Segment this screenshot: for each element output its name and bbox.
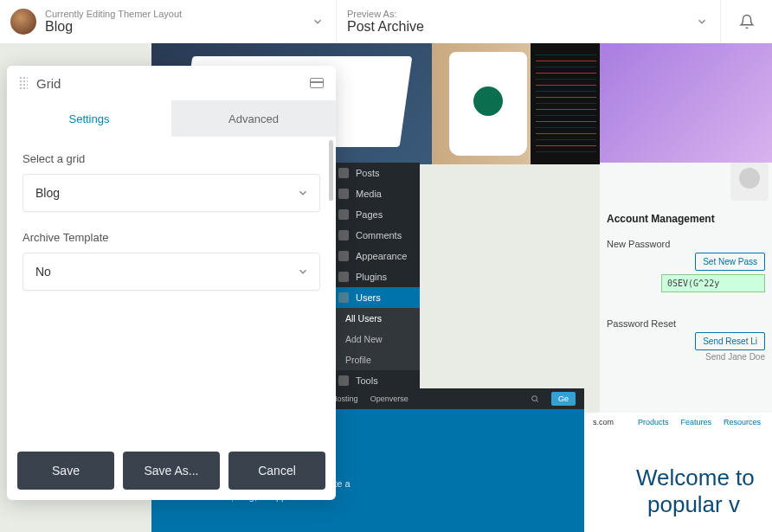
preview-as-switcher[interactable]: Preview As: Post Archive <box>336 0 720 43</box>
wp-menu-media[interactable]: Media <box>333 183 420 204</box>
wp-menu-users[interactable]: Users <box>333 287 420 308</box>
wp-menu-plugins[interactable]: Plugins <box>333 266 420 287</box>
svg-point-0 <box>532 396 537 401</box>
archive-template-label: Archive Template <box>23 231 320 244</box>
account-heading: Account Management <box>607 213 765 225</box>
preview-label: Preview As: <box>347 9 424 19</box>
module-settings-panel: Grid Settings Advanced Select a grid Blo… <box>7 66 336 500</box>
wp-submenu-profile[interactable]: Profile <box>333 349 420 370</box>
editing-value: Blog <box>45 19 182 35</box>
top-toolbar: Currently Editing Themer Layout Blog Pre… <box>0 0 772 43</box>
wpcom-brand: s.com <box>593 418 614 426</box>
notifications-button[interactable] <box>720 0 772 43</box>
nav-openverse[interactable]: Openverse <box>370 394 409 403</box>
editing-label: Currently Editing Themer Layout <box>45 9 182 19</box>
wpcom-nav-features[interactable]: Features <box>681 418 712 426</box>
password-reset-label: Password Reset <box>607 318 765 329</box>
panel-title: Grid <box>36 76 310 91</box>
panel-actions: Save Save As... Cancel <box>7 452 336 500</box>
search-icon[interactable] <box>531 394 539 403</box>
wp-menu-appearance[interactable]: Appearance <box>333 246 420 266</box>
wp-profile-panel: Account Management New Password Set New … <box>600 163 772 413</box>
select-grid-dropdown[interactable]: Blog <box>23 174 320 212</box>
send-reset-button[interactable]: Send Reset Li <box>695 332 765 350</box>
wpcom-tile: s.com Products Features Resources Plans … <box>584 413 772 532</box>
tab-settings[interactable]: Settings <box>7 100 171 137</box>
wpcom-nav-resources[interactable]: Resources <box>724 418 761 426</box>
wp-admin-sidebar: Posts Media Pages Comments Appearance Pl… <box>333 163 420 413</box>
wpcom-nav: s.com Products Features Resources Plans … <box>584 413 772 432</box>
wp-submenu-add-new[interactable]: Add New <box>333 329 420 349</box>
beaver-logo <box>10 9 36 35</box>
preview-value: Post Archive <box>347 19 424 35</box>
drag-handle-icon[interactable] <box>19 76 28 90</box>
select-grid-label: Select a grid <box>23 152 320 165</box>
wpcom-headline: Welcome to popular v <box>636 465 772 518</box>
wp-submenu-all-users[interactable]: All Users <box>333 308 420 329</box>
avatar <box>730 163 769 201</box>
new-password-label: New Password <box>607 239 765 249</box>
archive-template-dropdown[interactable]: No <box>23 253 320 291</box>
password-value: 0SEV(G^22y <box>661 274 765 292</box>
scrollbar[interactable] <box>329 140 333 201</box>
panel-tabs: Settings Advanced <box>7 100 336 137</box>
get-wordpress-button[interactable]: Ge <box>551 392 576 406</box>
thumb-gradient <box>600 43 772 164</box>
archive-template-value: No <box>35 265 51 279</box>
bell-icon <box>739 14 755 29</box>
layout-switcher[interactable]: Currently Editing Themer Layout Blog <box>0 0 336 43</box>
chevron-down-icon <box>297 266 309 278</box>
wp-menu-pages[interactable]: Pages <box>333 204 420 225</box>
wp-menu-comments[interactable]: Comments <box>333 225 420 246</box>
chevron-down-icon <box>312 16 324 28</box>
thumb-coffee <box>432 43 600 164</box>
reset-note: Send Jane Doe <box>705 352 765 362</box>
svg-line-1 <box>537 401 538 402</box>
save-button[interactable]: Save <box>17 452 114 490</box>
save-as-button[interactable]: Save As... <box>123 452 220 490</box>
select-grid-value: Blog <box>35 186 60 200</box>
cancel-button[interactable]: Cancel <box>228 452 325 490</box>
tab-advanced[interactable]: Advanced <box>171 100 336 137</box>
set-new-password-button[interactable]: Set New Pass <box>695 253 765 271</box>
panel-header[interactable]: Grid <box>7 66 336 100</box>
panel-body: Select a grid Blog Archive Template No <box>7 137 336 452</box>
wpcom-nav-products[interactable]: Products <box>638 418 669 426</box>
wp-menu-posts[interactable]: Posts <box>333 163 420 183</box>
responsive-toggle-icon[interactable] <box>310 78 324 88</box>
chevron-down-icon <box>297 187 309 199</box>
chevron-down-icon <box>696 16 708 28</box>
